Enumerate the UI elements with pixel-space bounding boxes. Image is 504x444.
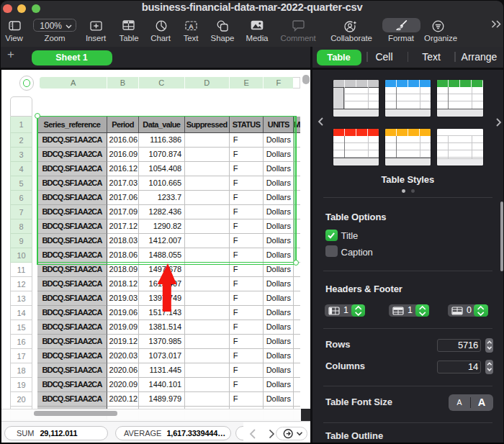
svg-text:A: A	[189, 22, 194, 30]
